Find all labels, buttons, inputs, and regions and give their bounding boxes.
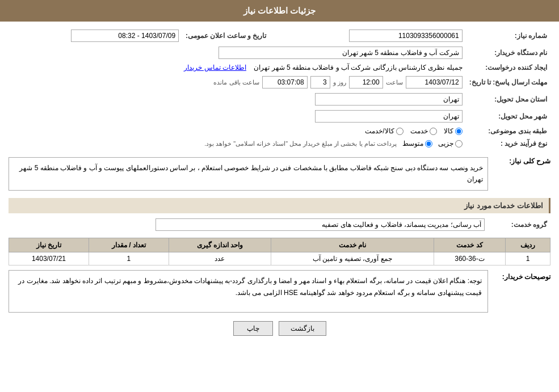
description-section: شرح کلی نیاز: خرید ونصب سه دستگاه دبی سن… [9,154,550,193]
table-row: شماره نیاز: تاریخ و ساعت اعلان عمومی: [9,27,550,44]
page-container: جزئیات اطلاعات نیاز شماره نیاز: تاریخ و … [0,0,559,392]
main-content: شماره نیاز: تاریخ و ساعت اعلان عمومی: نا… [0,22,559,350]
category-radio-kala[interactable] [455,128,463,135]
announcement-label: تاریخ و ساعت اعلان عمومی: [182,27,283,44]
print-button[interactable]: چاپ [233,321,273,336]
services-table-body: 1 ت-36-360 جمع آوری، تصفیه و تامین آب عد… [9,252,550,265]
processType-label: نوع فرآیند خرید : [466,137,550,150]
deliveryCity-label: شهر محل تحویل: [466,108,550,125]
cell-qty: 1 [89,252,169,265]
page-title: جزئیات اطلاعات نیاز [243,6,316,15]
category-value: کالا خدمت کالا/خدمت [9,125,466,137]
deliveryProvince-label: استان محل تحویل: [466,91,550,108]
deadline-label: مهلت ارسال پاسخ: تا تاریخ: [466,74,550,91]
button-row: بازگشت چاپ [9,321,550,336]
description-box: خرید ونصب سه دستگاه دبی سنج شبکه فاضلاب … [9,157,488,191]
creator-value: جمیله نظری کارشناس بازرگانی شرکت آب و فا… [9,61,466,74]
category-option-khedmat[interactable]: خدمت [410,127,437,135]
needNumber-label: شماره نیاز: [466,27,550,44]
serviceGroup-value [9,216,488,233]
buyerStation-label: نام دستگاه خریدار: [466,44,550,61]
services-table: ردیف کد خدمت نام خدمت واحد اندازه گیری ت… [9,238,550,265]
deliveryProvince-value [9,91,466,108]
process-label-jozii: جزیی [438,140,453,147]
announcement-value [9,27,182,44]
process-radio-motawaset[interactable] [425,140,432,147]
serviceGroup-label: گروه خدمت: [488,216,550,233]
cell-date: 1403/07/21 [9,252,89,265]
deadline-days-label: روز و [333,79,346,86]
col-name: نام خدمت [271,238,434,252]
process-label-motawaset: متوسط [402,140,423,147]
needNumber-input[interactable] [349,29,463,42]
page-header: جزئیات اطلاعات نیاز [0,0,559,22]
col-unit: واحد اندازه گیری [169,238,271,252]
table-row: مهلت ارسال پاسخ: تا تاریخ: ساعت روز و سا… [9,74,550,91]
deadline-time-input[interactable] [349,76,383,88]
cell-code: ت-36-360 [434,252,506,265]
col-row: ردیف [506,238,550,252]
table-row: شهر محل تحویل: [9,108,550,125]
notice-section: توصیحات خریدار: توجه: هنگام اعلان قیمت د… [9,270,550,313]
table-row: استان محل تحویل: [9,91,550,108]
col-code: کد خدمت [434,238,506,252]
back-button[interactable]: بازگشت [279,321,326,336]
process-note: پرداخت تمام یا بخشی از مبلغ خریدار محل "… [204,140,397,147]
notice-label: توصیحات خریدار: [494,270,550,281]
deadline-date-input[interactable] [406,76,463,88]
table-row: نوع فرآیند خرید : جزیی متوسط پرداخت تمام… [9,137,550,150]
process-option-jozii[interactable]: جزیی [438,140,463,147]
process-option-motawaset[interactable]: متوسط [402,140,432,147]
col-date: تاریخ نیاز [9,238,89,252]
deadline-days-input[interactable] [310,76,330,88]
notice-box: توجه: هنگام اعلان قیمت در سامانه، برگه ا… [9,270,488,313]
table-row: ایجاد کننده درخواست: جمیله نظری کارشناس … [9,61,550,74]
category-option-kala-khedmat[interactable]: کالا/خدمت [365,127,403,135]
deliveryCity-value [9,108,466,125]
announcement-input[interactable] [71,29,179,42]
cell-name: جمع آوری، تصفیه و تامین آب [271,252,434,265]
creator-link[interactable]: اطلاعات تماس خریدار [184,64,246,71]
table-row: 1 ت-36-360 جمع آوری، تصفیه و تامین آب عد… [9,252,550,265]
buyerStation-input[interactable] [218,47,463,59]
table-row: طبقه بندی موضوعی: کالا خدمت [9,125,550,137]
needNumber-value [283,27,465,44]
deadline-remaining-input[interactable] [262,76,308,88]
table-row: نام دستگاه خریدار: [9,44,550,61]
cell-unit: عدد [169,252,271,265]
services-section-header: اطلاعات خدمات مورد نیاز [9,198,550,213]
processType-value: جزیی متوسط پرداخت تمام یا بخشی از مبلغ خ… [9,137,466,150]
description-label: شرح کلی نیاز: [494,154,550,165]
services-table-head: ردیف کد خدمت نام خدمت واحد اندازه گیری ت… [9,238,550,252]
category-radio-khedmat[interactable] [430,128,437,135]
category-radio-kala-khedmat[interactable] [396,128,404,135]
table-row: ردیف کد خدمت نام خدمت واحد اندازه گیری ت… [9,238,550,252]
deliveryProvince-input[interactable] [315,93,463,106]
serviceGroup-table: گروه خدمت: [9,216,550,233]
creator-text: جمیله نظری کارشناس بازرگانی شرکت آب و فا… [254,64,462,71]
cell-row: 1 [506,252,550,265]
table-row: گروه خدمت: [9,216,550,233]
category-label: طبقه بندی موضوعی: [466,125,550,137]
category-label-kala-khedmat: کالا/خدمت [365,127,394,135]
buyerStation-value [9,44,466,61]
info-table: شماره نیاز: تاریخ و ساعت اعلان عمومی: نا… [9,27,550,150]
deliveryCity-input[interactable] [315,110,463,123]
serviceGroup-input[interactable] [155,218,485,231]
deadline-value: ساعت روز و ساعت باقی مانده [9,74,466,91]
col-qty: تعداد / مقدار [89,238,169,252]
category-label-kala: کالا [444,127,453,135]
category-label-khedmat: خدمت [410,127,428,135]
deadline-time-label: ساعت [386,79,403,86]
category-option-kala[interactable]: کالا [444,127,463,135]
process-radio-jozii[interactable] [455,140,463,147]
creator-label: ایجاد کننده درخواست: [466,61,550,74]
deadline-remaining-label: ساعت باقی مانده [213,79,259,86]
